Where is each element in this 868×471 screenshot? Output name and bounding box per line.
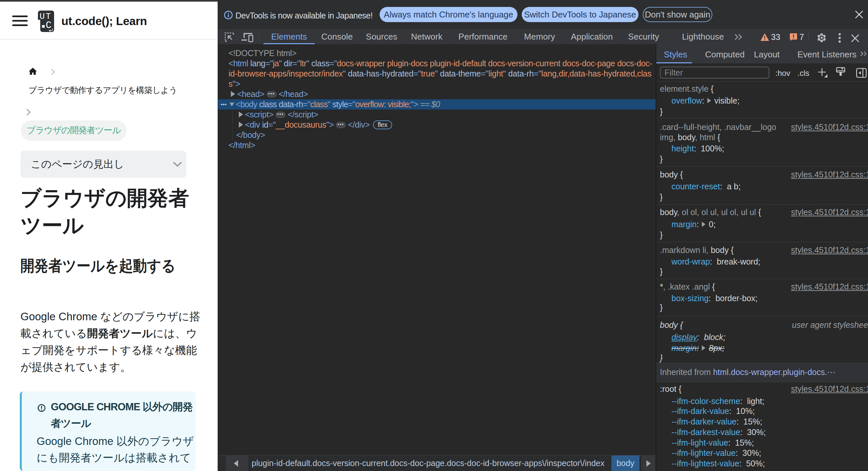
svg-text:C: C [46, 20, 52, 31]
